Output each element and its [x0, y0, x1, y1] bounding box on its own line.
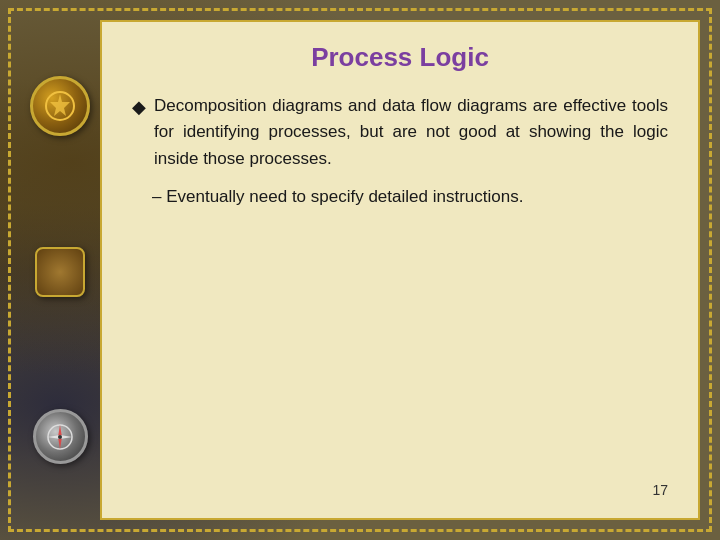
sub-bullet-text-1: – Eventually need to specify detailed in…: [152, 187, 523, 206]
slide-title: Process Logic: [132, 42, 668, 73]
bullet-item-1: ◆ Decomposition diagrams and data flow d…: [132, 93, 668, 172]
svg-marker-1: [50, 94, 70, 116]
content-card: Process Logic ◆ Decomposition diagrams a…: [100, 20, 700, 520]
sub-bullet-1: – Eventually need to specify detailed in…: [152, 184, 668, 210]
bullet-text-1: Decomposition diagrams and data flow dia…: [154, 93, 668, 172]
slide-number: 17: [132, 482, 668, 498]
gear-decoration: [35, 247, 85, 297]
svg-point-5: [58, 435, 62, 439]
content-body: ◆ Decomposition diagrams and data flow d…: [132, 93, 668, 482]
compass-decoration: [33, 409, 88, 464]
bullet-marker-1: ◆: [132, 94, 146, 122]
left-decorative-panel: [20, 20, 100, 520]
medal-decoration: [30, 76, 90, 136]
